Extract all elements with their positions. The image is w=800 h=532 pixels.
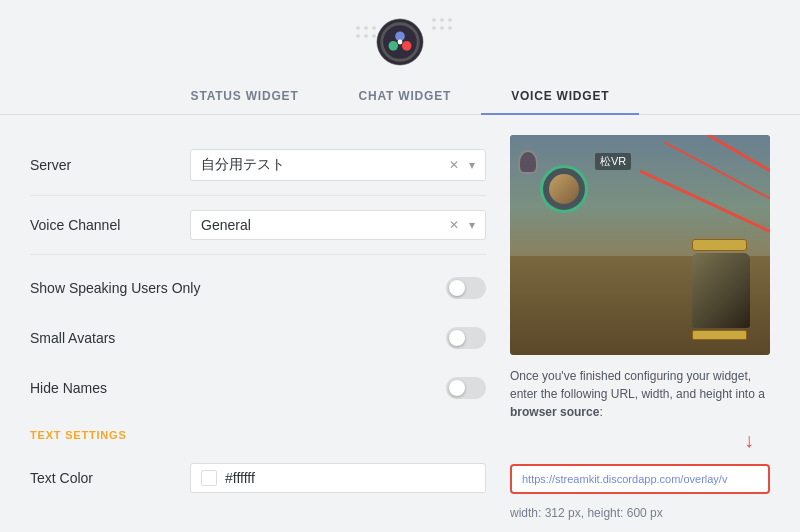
server-label: Server [30, 157, 190, 173]
show-speaking-toggle[interactable] [446, 277, 486, 299]
small-avatars-row: Small Avatars [30, 313, 486, 363]
small-avatars-label: Small Avatars [30, 330, 446, 346]
hide-names-toggle[interactable] [446, 377, 486, 399]
text-color-value: #ffffff [225, 470, 255, 486]
arrow-down-icon: ↓ [510, 429, 770, 452]
navigation-tabs: STATUS WIDGET CHAT WIDGET VOICE WIDGET [0, 79, 800, 115]
small-character [518, 150, 538, 174]
show-speaking-label: Show Speaking Users Only [30, 280, 446, 296]
page: STATUS WIDGET CHAT WIDGET VOICE WIDGET S… [0, 0, 800, 532]
svg-point-5 [398, 40, 403, 45]
barrel-ring-top [692, 239, 747, 251]
tab-status-widget[interactable]: STATUS WIDGET [161, 79, 329, 115]
show-speaking-row: Show Speaking Users Only [30, 263, 486, 313]
left-panel: Server 自分用テスト ✕ ▾ Voice Channel [30, 135, 486, 520]
overlay-url[interactable]: https://streamkit.discordapp.com/overlay… [510, 464, 770, 494]
server-row: Server 自分用テスト ✕ ▾ [30, 135, 486, 196]
content-area: Server 自分用テスト ✕ ▾ Voice Channel [0, 115, 800, 532]
barrel-body [692, 253, 750, 328]
voice-channel-value: General [201, 217, 251, 233]
hide-names-knob [449, 380, 465, 396]
server-clear-icon[interactable]: ✕ [449, 158, 459, 172]
logo-area [376, 18, 424, 69]
barrel-ring-bottom [692, 330, 747, 340]
color-swatch [201, 470, 217, 486]
right-panel: 松VR Once you've finished configuring you… [510, 135, 770, 520]
text-color-row: Text Color #ffffff [30, 449, 486, 507]
small-avatars-toggle[interactable] [446, 327, 486, 349]
text-settings-header: TEXT SETTINGS [30, 429, 486, 441]
character-name-tag: 松VR [595, 153, 631, 170]
svg-point-4 [402, 41, 412, 51]
small-avatars-knob [449, 330, 465, 346]
hide-names-row: Hide Names [30, 363, 486, 413]
voice-channel-label: Voice Channel [30, 217, 190, 233]
widget-preview: 松VR [510, 135, 770, 355]
character-face [549, 174, 579, 204]
dots-decoration-left [356, 26, 376, 38]
header: STATUS WIDGET CHAT WIDGET VOICE WIDGET [0, 0, 800, 115]
svg-point-3 [388, 41, 398, 51]
text-color-input[interactable]: #ffffff [190, 463, 486, 493]
dimensions-text: width: 312 px, height: 600 px [510, 506, 770, 520]
server-dropdown-icon: ▾ [469, 158, 475, 172]
voice-channel-clear-icon[interactable]: ✕ [449, 218, 459, 232]
character-avatar [540, 165, 588, 213]
voice-channel-dropdown-icon: ▾ [469, 218, 475, 232]
text-color-control: #ffffff [190, 463, 486, 493]
description-main: Once you've finished configuring your wi… [510, 369, 765, 401]
description-link: browser source [510, 405, 599, 419]
tab-chat-widget[interactable]: CHAT WIDGET [329, 79, 482, 115]
description-text: Once you've finished configuring your wi… [510, 367, 770, 421]
voice-channel-row: Voice Channel General ✕ ▾ [30, 196, 486, 255]
tab-voice-widget[interactable]: VOICE WIDGET [481, 79, 639, 115]
dots-decoration-right [432, 18, 452, 30]
server-control: 自分用テスト ✕ ▾ [190, 149, 486, 181]
server-select[interactable]: 自分用テスト ✕ ▾ [190, 149, 486, 181]
server-value: 自分用テスト [201, 156, 285, 174]
obs-logo-icon [376, 18, 424, 66]
voice-channel-control: General ✕ ▾ [190, 210, 486, 240]
text-color-label: Text Color [30, 470, 190, 486]
hide-names-label: Hide Names [30, 380, 446, 396]
voice-channel-select[interactable]: General ✕ ▾ [190, 210, 486, 240]
show-speaking-knob [449, 280, 465, 296]
